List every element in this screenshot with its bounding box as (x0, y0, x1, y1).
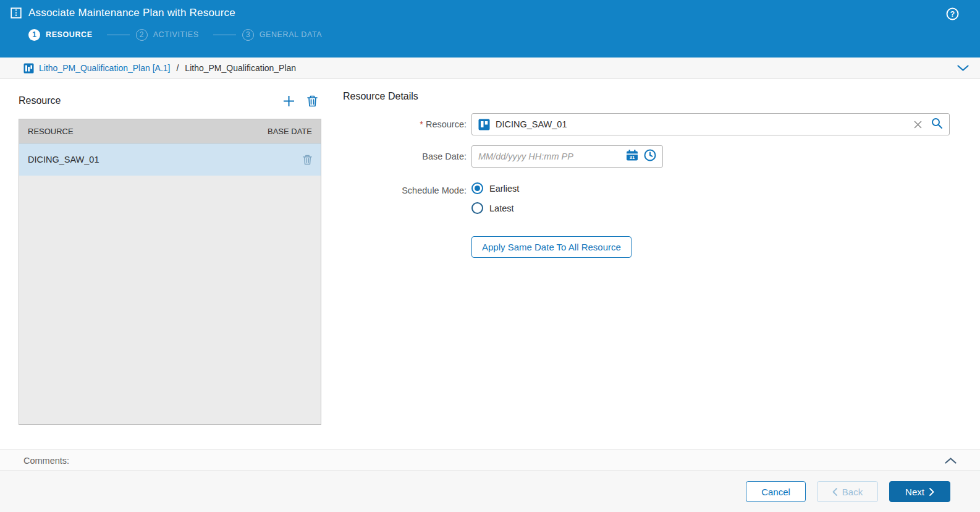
back-button-label: Back (842, 487, 863, 497)
step-label: GENERAL DATA (260, 30, 322, 39)
associate-plan-icon (11, 7, 22, 19)
help-icon[interactable]: ? (946, 7, 959, 20)
page-title: Associate Maintenance Plan with Resource (28, 7, 235, 19)
radio-earliest-label: Earliest (489, 184, 519, 194)
resource-table: RESOURCE BASE DATE DICING_SAW_01 (19, 119, 321, 425)
breadcrumb-separator: / (176, 63, 179, 73)
base-date-field-label: Base Date: (343, 151, 467, 161)
cancel-button[interactable]: Cancel (746, 481, 806, 502)
radio-latest-control[interactable] (471, 202, 483, 214)
radio-earliest[interactable]: Earliest (471, 182, 519, 194)
wizard-footer: Cancel Back Next (0, 471, 980, 512)
resource-field-label: *Resource: (343, 119, 467, 129)
svg-text:?: ? (950, 10, 955, 19)
resource-details-panel: Resource Details *Resource: (343, 91, 950, 258)
table-empty-area (19, 176, 321, 424)
radio-latest-label: Latest (489, 203, 514, 213)
resource-field-row: *Resource: (343, 113, 950, 135)
step-label: RESOURCE (46, 30, 93, 39)
app-header: Associate Maintenance Plan with Resource… (0, 0, 980, 58)
row-delete-icon[interactable] (303, 155, 312, 165)
chevron-down-icon[interactable] (957, 65, 969, 72)
chevron-right-icon (929, 488, 934, 496)
plan-icon (23, 63, 34, 74)
apply-same-date-button[interactable]: Apply Same Date To All Resource (471, 236, 632, 258)
chevron-left-icon (832, 488, 837, 496)
step-resource[interactable]: 1 RESOURCE (28, 29, 93, 41)
breadcrumb-current: Litho_PM_Qualification_Plan (185, 63, 296, 73)
next-button-label: Next (905, 487, 924, 497)
clock-icon[interactable] (644, 149, 656, 164)
required-asterisk: * (420, 119, 423, 129)
details-panel-title: Resource Details (343, 91, 950, 102)
resource-table-header: RESOURCE BASE DATE (19, 119, 321, 143)
resource-list-panel: Resource RESOURCE BASE DATE (19, 91, 321, 425)
back-button[interactable]: Back (817, 481, 878, 502)
base-date-field-row: Base Date: 31 (343, 145, 950, 168)
resource-panel-title: Resource (19, 95, 61, 106)
base-date-input[interactable] (478, 151, 620, 161)
next-button[interactable]: Next (889, 481, 950, 502)
search-icon[interactable] (931, 117, 943, 132)
wizard-stepper: 1 RESOURCE 2 ACTIVITIES 3 GENERAL DATA (28, 27, 980, 43)
chevron-up-icon[interactable] (945, 457, 957, 464)
column-header-resource: RESOURCE (28, 127, 74, 136)
apply-row: Apply Same Date To All Resource (471, 236, 950, 258)
column-header-base-date: BASE DATE (268, 127, 312, 136)
comments-label: Comments: (23, 456, 69, 466)
radio-latest[interactable]: Latest (471, 202, 519, 214)
step-number: 2 (136, 29, 148, 41)
calendar-icon[interactable]: 31 (626, 149, 638, 164)
resource-input[interactable] (496, 119, 905, 129)
schedule-mode-row: Schedule Mode: Earliest Latest (343, 182, 950, 214)
breadcrumb-link-plan[interactable]: Litho_PM_Qualification_Plan [A.1] (39, 63, 170, 73)
step-number: 1 (28, 29, 40, 41)
svg-text:31: 31 (630, 155, 635, 160)
schedule-mode-label: Schedule Mode: (343, 182, 467, 195)
base-date-input-field: 31 (471, 145, 663, 168)
row-resource-value: DICING_SAW_01 (28, 155, 99, 164)
comments-section: Comments: (0, 450, 980, 471)
step-label: ACTIVITIES (153, 30, 199, 39)
radio-earliest-control[interactable] (471, 182, 483, 194)
resource-type-icon (478, 119, 490, 130)
add-resource-button[interactable] (283, 95, 295, 107)
step-connector (213, 35, 236, 35)
step-connector (107, 35, 130, 35)
clear-icon[interactable] (910, 121, 926, 129)
main-content: Resource RESOURCE BASE DATE (0, 80, 980, 450)
step-general-data[interactable]: 3 GENERAL DATA (242, 29, 322, 41)
step-activities[interactable]: 2 ACTIVITIES (136, 29, 199, 41)
breadcrumb: Litho_PM_Qualification_Plan [A.1] / Lith… (0, 58, 980, 79)
step-number: 3 (242, 29, 254, 41)
table-row[interactable]: DICING_SAW_01 (19, 143, 321, 176)
delete-resource-button[interactable] (307, 95, 318, 107)
resource-input-field (471, 113, 950, 135)
